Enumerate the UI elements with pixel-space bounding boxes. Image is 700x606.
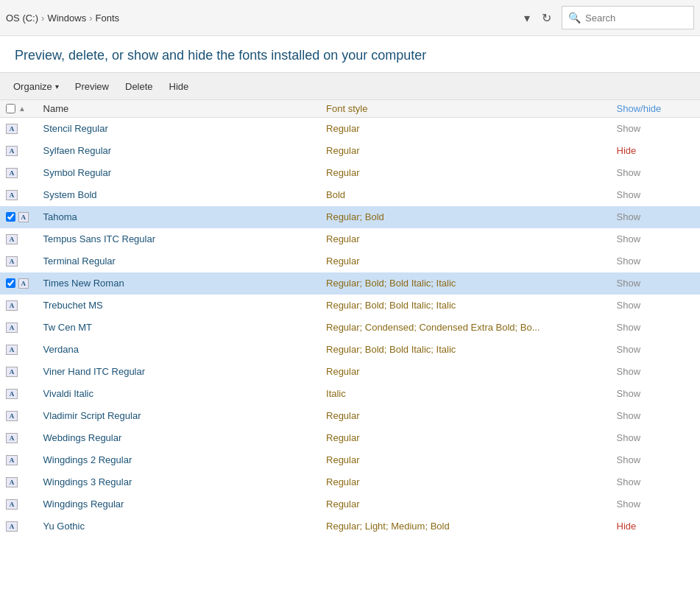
row-check-cell[interactable]: A [0, 118, 38, 140]
table-row[interactable]: AViner Hand ITC RegularRegularShow [0, 361, 700, 383]
row-style: Regular; Bold [320, 206, 611, 228]
row-showhide[interactable]: Show [611, 383, 700, 405]
row-showhide[interactable]: Show [611, 471, 700, 493]
row-style: Regular [320, 471, 611, 493]
table-header-row: ▲ Name Font style Show/hide [0, 100, 700, 118]
font-icon: A [6, 477, 18, 487]
row-showhide[interactable]: Show [611, 493, 700, 515]
table-row[interactable]: ATrebuchet MSRegular; Bold; Bold Italic;… [0, 295, 700, 317]
path-fonts[interactable]: Fonts [96, 13, 120, 24]
table-row[interactable]: ATimes New RomanRegular; Bold; Bold Ital… [0, 272, 700, 295]
font-icon: A [6, 234, 18, 244]
row-checkbox[interactable] [6, 278, 15, 288]
row-showhide[interactable]: Show [611, 184, 700, 206]
table-row[interactable]: AWebdings RegularRegularShow [0, 427, 700, 449]
row-name: Terminal Regular [38, 250, 320, 272]
row-checkbox[interactable] [6, 212, 15, 222]
delete-label: Delete [125, 81, 153, 92]
font-table-body: AStencil RegularRegularShowASylfaen Regu… [0, 118, 700, 538]
table-row[interactable]: AYu GothicRegular; Light; Medium; BoldHi… [0, 515, 700, 538]
row-showhide[interactable]: Show [611, 295, 700, 317]
table-row[interactable]: ASymbol RegularRegularShow [0, 162, 700, 184]
showhide-column-header[interactable]: Show/hide [611, 100, 700, 118]
row-showhide[interactable]: Hide [611, 515, 700, 538]
preview-button[interactable]: Preview [68, 78, 116, 95]
row-check-cell[interactable]: A [0, 493, 38, 515]
path-drive[interactable]: OS (C:) [6, 13, 38, 24]
row-showhide[interactable]: Show [611, 250, 700, 272]
row-name: Times New Roman [38, 272, 320, 295]
path-windows[interactable]: Windows [47, 13, 86, 24]
row-showhide[interactable]: Show [611, 317, 700, 339]
style-column-header[interactable]: Font style [320, 100, 611, 118]
row-style: Regular; Bold; Bold Italic; Italic [320, 272, 611, 295]
row-check-cell[interactable]: A [0, 317, 38, 339]
row-name: Tempus Sans ITC Regular [38, 228, 320, 250]
row-name: Vivaldi Italic [38, 383, 320, 405]
row-style: Regular [320, 162, 611, 184]
hide-button[interactable]: Hide [162, 78, 197, 95]
row-style: Regular; Light; Medium; Bold [320, 515, 611, 538]
table-row[interactable]: AWingdings 3 RegularRegularShow [0, 471, 700, 493]
select-all-header[interactable]: ▲ [0, 100, 38, 118]
row-check-cell[interactable]: A [0, 339, 38, 361]
table-row[interactable]: ATempus Sans ITC RegularRegularShow [0, 228, 700, 250]
table-row[interactable]: AWingdings RegularRegularShow [0, 493, 700, 515]
row-style: Regular [320, 250, 611, 272]
row-showhide[interactable]: Show [611, 162, 700, 184]
table-row[interactable]: ATw Cen MTRegular; Condensed; Condensed … [0, 317, 700, 339]
style-header-label: Font style [326, 103, 367, 114]
table-row[interactable]: ATerminal RegularRegularShow [0, 250, 700, 272]
row-check-cell[interactable]: A [0, 250, 38, 272]
row-check-cell[interactable]: A [0, 515, 38, 538]
delete-button[interactable]: Delete [118, 78, 160, 95]
name-header-label: Name [43, 103, 69, 114]
row-style: Regular; Condensed; Condensed Extra Bold… [320, 317, 611, 339]
font-icon: A [6, 323, 18, 333]
row-check-cell[interactable]: A [0, 162, 38, 184]
font-icon: A [18, 212, 29, 222]
row-showhide[interactable]: Show [611, 449, 700, 471]
dropdown-button[interactable]: ▾ [520, 8, 534, 28]
row-check-cell[interactable]: A [0, 206, 38, 228]
row-check-cell[interactable]: A [0, 272, 38, 295]
row-showhide[interactable]: Show [611, 405, 700, 427]
table-row[interactable]: AVerdanaRegular; Bold; Bold Italic; Ital… [0, 339, 700, 361]
row-showhide[interactable]: Show [611, 339, 700, 361]
row-check-cell[interactable]: A [0, 449, 38, 471]
table-row[interactable]: AWingdings 2 RegularRegularShow [0, 449, 700, 471]
row-showhide[interactable]: Hide [611, 140, 700, 162]
table-row[interactable]: AVivaldi ItalicItalicShow [0, 383, 700, 405]
row-check-cell[interactable]: A [0, 383, 38, 405]
row-check-cell[interactable]: A [0, 184, 38, 206]
table-row[interactable]: AStencil RegularRegularShow [0, 118, 700, 140]
table-row[interactable]: ASylfaen RegularRegularHide [0, 140, 700, 162]
name-column-header[interactable]: Name [38, 100, 320, 118]
row-name: Stencil Regular [38, 118, 320, 140]
row-check-cell[interactable]: A [0, 405, 38, 427]
search-input[interactable] [585, 13, 674, 24]
table-row[interactable]: ASystem BoldBoldShow [0, 184, 700, 206]
organize-button[interactable]: Organize ▾ [6, 78, 66, 95]
row-name: Yu Gothic [38, 515, 320, 538]
row-check-cell[interactable]: A [0, 471, 38, 493]
font-icon: A [6, 389, 18, 399]
preview-label: Preview [75, 81, 109, 92]
row-style: Regular; Bold; Bold Italic; Italic [320, 295, 611, 317]
row-check-cell[interactable]: A [0, 228, 38, 250]
row-check-cell[interactable]: A [0, 295, 38, 317]
row-showhide[interactable]: Show [611, 118, 700, 140]
select-all-checkbox[interactable] [6, 104, 15, 113]
row-showhide[interactable]: Show [611, 206, 700, 228]
table-row[interactable]: AVladimir Script RegularRegularShow [0, 405, 700, 427]
row-name: Trebuchet MS [38, 295, 320, 317]
row-showhide[interactable]: Show [611, 361, 700, 383]
row-showhide[interactable]: Show [611, 427, 700, 449]
row-showhide[interactable]: Show [611, 272, 700, 295]
row-check-cell[interactable]: A [0, 140, 38, 162]
table-row[interactable]: ATahomaRegular; BoldShow [0, 206, 700, 228]
row-check-cell[interactable]: A [0, 427, 38, 449]
row-check-cell[interactable]: A [0, 361, 38, 383]
row-showhide[interactable]: Show [611, 228, 700, 250]
refresh-button[interactable]: ↻ [537, 8, 556, 28]
